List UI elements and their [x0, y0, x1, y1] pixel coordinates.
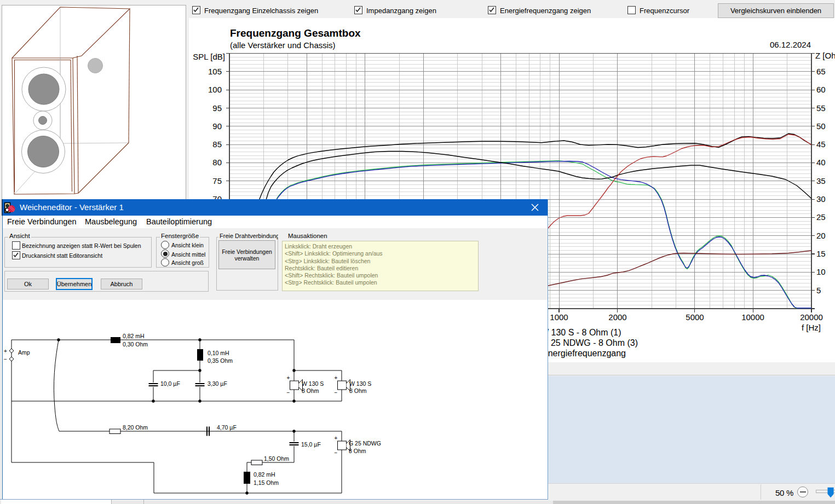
svg-text:1,15 Ohm: 1,15 Ohm [254, 479, 279, 486]
svg-text:W 130 S: W 130 S [349, 380, 371, 387]
svg-text:60: 60 [816, 85, 826, 94]
svg-text:Energiefrequenzgang: Energiefrequenzgang [542, 349, 626, 358]
svg-text:G 25 NDWG - 8 Ohm (3): G 25 NDWG - 8 Ohm (3) [542, 338, 638, 347]
svg-text:Frequenzgang Gesamtbox: Frequenzgang Gesamtbox [230, 27, 361, 39]
svg-text:25: 25 [816, 212, 826, 222]
svg-text:0,82 mH: 0,82 mH [254, 471, 275, 478]
svg-text:(alle Verstärker und Chassis): (alle Verstärker und Chassis) [230, 40, 336, 50]
svg-text:20000: 20000 [800, 312, 823, 322]
svg-text:20: 20 [816, 231, 826, 240]
svg-text:40: 40 [816, 158, 826, 167]
svg-text:1,50 Ohm: 1,50 Ohm [264, 455, 289, 462]
svg-text:10000: 10000 [741, 312, 764, 322]
svg-text:95: 95 [212, 103, 222, 113]
svg-text:4,70 µF: 4,70 µF [217, 424, 237, 431]
svg-text:0,35 Ohm: 0,35 Ohm [208, 357, 233, 364]
svg-text:55: 55 [816, 103, 826, 113]
svg-text:G 25 NDWG: G 25 NDWG [349, 440, 381, 447]
svg-text:35: 35 [816, 176, 826, 186]
svg-text:1000: 1000 [550, 312, 568, 322]
svg-text:5000: 5000 [686, 312, 704, 322]
svg-text:−: − [287, 390, 290, 396]
svg-text:0,82 mH: 0,82 mH [123, 333, 145, 339]
svg-text:45: 45 [816, 140, 826, 149]
svg-text:100: 100 [208, 85, 222, 94]
svg-text:8 Ohm: 8 Ohm [349, 448, 366, 454]
svg-text:SPL [dB]: SPL [dB] [193, 52, 225, 61]
svg-text:10: 10 [816, 267, 826, 276]
svg-text:8 Ohm: 8 Ohm [349, 387, 367, 394]
svg-text:65: 65 [816, 67, 826, 76]
svg-text:W 130 S: W 130 S [302, 380, 324, 387]
svg-text:8,20 Ohm: 8,20 Ohm [123, 424, 148, 431]
svg-text:+: + [335, 375, 338, 381]
svg-text:90: 90 [212, 121, 222, 131]
svg-text:0,30 Ohm: 0,30 Ohm [123, 341, 148, 347]
svg-text:+: + [4, 348, 7, 354]
svg-text:105: 105 [208, 67, 222, 76]
svg-text:W 130 S - 8 Ohm (1): W 130 S - 8 Ohm (1) [540, 328, 621, 337]
svg-text:−: − [335, 450, 338, 456]
svg-text:15,0 µF: 15,0 µF [301, 441, 321, 448]
svg-text:85: 85 [212, 140, 222, 149]
svg-text:2000: 2000 [608, 312, 626, 322]
svg-text:0,10 mH: 0,10 mH [208, 350, 229, 356]
svg-text:+: + [335, 435, 338, 441]
svg-text:80: 80 [212, 158, 222, 167]
svg-text:+: + [287, 375, 290, 381]
svg-text:5: 5 [816, 286, 821, 295]
svg-text:−: − [4, 356, 7, 362]
svg-text:Z [Ohm]: Z [Ohm] [815, 51, 835, 60]
svg-text:75: 75 [212, 176, 222, 186]
svg-text:−: − [335, 390, 338, 396]
svg-text:f [Hz]: f [Hz] [802, 323, 821, 332]
svg-text:Amp: Amp [18, 349, 30, 356]
svg-text:10,0 µF: 10,0 µF [160, 380, 180, 387]
svg-text:06.12.2024: 06.12.2024 [770, 40, 811, 49]
svg-text:15: 15 [816, 249, 826, 258]
svg-text:30: 30 [816, 194, 826, 204]
svg-text:50: 50 [816, 121, 826, 131]
svg-text:8 Ohm: 8 Ohm [302, 387, 319, 394]
svg-text:3,30 µF: 3,30 µF [208, 380, 227, 387]
